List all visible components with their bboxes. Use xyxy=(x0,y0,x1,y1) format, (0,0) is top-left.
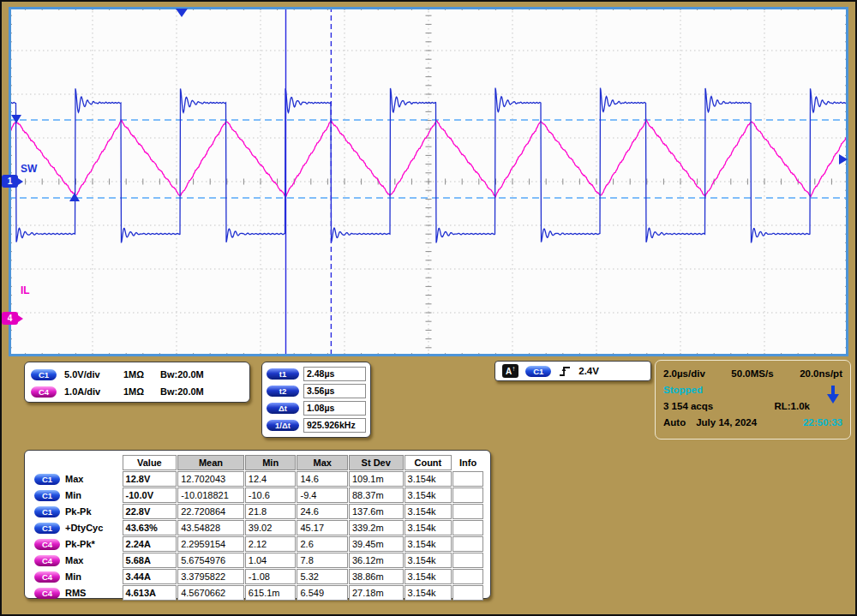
trigger-mode-badge[interactable]: A↑ xyxy=(502,364,518,377)
rising-edge-icon xyxy=(558,364,572,378)
meas-count-cell: 3.154k xyxy=(405,487,452,503)
table-header-st-dev: St Dev xyxy=(349,455,404,470)
measurement-table-panel: ValueMeanMinMaxSt DevCountInfoC1Max12.8V… xyxy=(24,450,491,599)
meas-channel-badge-c1[interactable]: C1 xyxy=(34,506,60,517)
channel-badge-c1[interactable]: C1 xyxy=(31,369,57,380)
cursor-row: 1/Δt925.926kHz xyxy=(267,416,366,434)
meas-channel-badge-c1[interactable]: C1 xyxy=(34,523,60,534)
meas-min-cell: 39.02 xyxy=(245,520,297,535)
meas-info-cell xyxy=(452,569,483,584)
meas-channel-badge-c1[interactable]: C1 xyxy=(34,474,60,485)
meas-max-cell: 2.6 xyxy=(297,536,347,552)
channel1-marker[interactable]: 1 xyxy=(2,175,18,188)
meas-min-cell: 21.8 xyxy=(245,504,297,519)
meas-info-cell xyxy=(452,585,483,601)
meas-channel-badge-c4[interactable]: C4 xyxy=(34,571,60,583)
meas-channel-badge-c4[interactable]: C4 xyxy=(34,588,60,599)
channel-row: C15.0V/div1MΩBw:20.0M xyxy=(31,366,243,383)
cursor-badge-3[interactable]: Δt xyxy=(267,403,299,414)
table-header-spacer xyxy=(32,455,122,470)
meas-name-cell: Min xyxy=(63,487,122,503)
waveform-display[interactable]: 1 4 SW IL xyxy=(9,7,848,356)
meas-channel-badge-c4[interactable]: C4 xyxy=(34,539,60,550)
measurement-row: C4Pk-Pk*2.24A2.29591542.122.639.45m3.154… xyxy=(32,536,483,552)
cursor-readout-panel: t12.48µst23.56µsΔt1.08µs1/Δt925.926kHz xyxy=(261,362,371,438)
measurement-row: C4Min3.44A3.3795822-1.085.3238.86m3.154k xyxy=(32,569,483,584)
meas-info-cell xyxy=(452,471,483,487)
meas-min-cell: 615.1m xyxy=(245,585,297,601)
right-edge-arrow xyxy=(839,154,848,164)
meas-channel-cell: C1 xyxy=(32,504,63,519)
table-header-info: Info xyxy=(452,455,483,470)
meas-max-cell: -9.4 xyxy=(297,487,347,503)
oscilloscope-screen: 1 4 SW IL C15.0V/div1MΩBw:20.0MC41.0A/di… xyxy=(0,0,857,616)
meas-value-cell: 4.613A xyxy=(123,585,177,601)
meas-name-cell: Max xyxy=(63,471,122,487)
measurement-row: C1+DtyCyc43.63%43.5482839.0245.17339.2m3… xyxy=(32,520,483,535)
trigger-mode-auto: Auto xyxy=(663,417,686,428)
meas-count-cell: 3.154k xyxy=(405,553,452,568)
horizontal-acquisition-panel[interactable]: 2.0µs/div 50.0MS/s 20.0ns/pt Stopped 3 1… xyxy=(655,360,851,440)
channel-row: C41.0A/div1MΩBw:20.0M xyxy=(31,383,243,400)
meas-info-cell xyxy=(452,553,483,568)
cursor-value-3: 1.08µs xyxy=(303,401,366,416)
channel1-waveform-label[interactable]: SW xyxy=(21,163,37,175)
channel4-marker[interactable]: 4 xyxy=(2,312,18,325)
acq-count-row: 3 154 acqs RL:1.0k xyxy=(663,398,842,414)
meas-channel-cell: C4 xyxy=(32,585,63,601)
channel-badge-c4[interactable]: C4 xyxy=(31,386,57,398)
measurement-row: C1Max12.8V12.70204312.414.6109.1m3.154k xyxy=(32,471,483,487)
table-header-max: Max xyxy=(297,455,347,470)
meas-value-cell: -10.0V xyxy=(123,487,177,503)
meas-channel-cell: C4 xyxy=(32,536,63,552)
cursor-row: t23.56µs xyxy=(267,382,366,399)
channel-scale: 1.0A/div xyxy=(64,386,116,397)
timebase-row: 2.0µs/div 50.0MS/s 20.0ns/pt xyxy=(663,365,842,381)
cursor-badge-2[interactable]: t2 xyxy=(267,386,299,397)
sample-rate: 50.0MS/s xyxy=(731,368,773,379)
cursor-value-2: 3.56µs xyxy=(303,384,366,398)
meas-channel-cell: C1 xyxy=(32,487,63,503)
meas-channel-cell: C1 xyxy=(32,520,63,535)
meas-info-cell xyxy=(452,487,483,503)
meas-mean-cell: 22.720864 xyxy=(177,504,244,519)
meas-mean-cell: 12.702043 xyxy=(177,471,244,487)
meas-max-cell: 45.17 xyxy=(297,520,347,535)
cursor-badge-1[interactable]: t1 xyxy=(267,368,299,380)
meas-info-cell xyxy=(452,504,483,519)
meas-value-cell: 2.24A xyxy=(123,536,177,552)
channel-impedance: 1MΩ xyxy=(123,369,153,380)
channel4-waveform-label[interactable]: IL xyxy=(21,284,30,296)
meas-stdev-cell: 88.37m xyxy=(349,487,404,503)
meas-stdev-cell: 36.12m xyxy=(349,553,404,568)
meas-value-cell: 12.8V xyxy=(123,471,177,487)
meas-name-cell: Min xyxy=(63,569,122,584)
table-header-value: Value xyxy=(123,455,177,470)
meas-count-cell: 3.154k xyxy=(405,536,452,552)
meas-name-cell: RMS xyxy=(63,585,122,601)
meas-info-cell xyxy=(452,520,483,535)
trigger-source-badge[interactable]: C1 xyxy=(525,366,551,377)
trigger-panel[interactable]: A↑ C1 2.4V xyxy=(494,361,651,381)
meas-channel-badge-c4[interactable]: C4 xyxy=(34,555,60,566)
measurement-row: C1Min-10.0V-10.018821-10.6-9.488.37m3.15… xyxy=(32,487,483,503)
clock-time: 22:50:33 xyxy=(803,417,842,428)
single-seq-arrow-icon[interactable] xyxy=(826,386,840,404)
date-label: July 14, 2024 xyxy=(696,417,757,428)
cursor-badge-4[interactable]: 1/Δt xyxy=(267,420,299,431)
meas-count-cell: 3.154k xyxy=(405,504,452,519)
meas-min-cell: -1.08 xyxy=(245,569,297,584)
meas-channel-cell: C4 xyxy=(32,569,63,584)
channel-settings-panel: C15.0V/div1MΩBw:20.0MC41.0A/div1MΩBw:20.… xyxy=(24,362,250,403)
meas-channel-badge-c1[interactable]: C1 xyxy=(34,490,60,501)
meas-info-cell xyxy=(452,536,483,552)
cursor-row: t12.48µs xyxy=(267,365,366,382)
table-header-count: Count xyxy=(405,455,452,470)
channel-scale: 5.0V/div xyxy=(64,369,116,380)
meas-name-cell: Pk-Pk* xyxy=(63,536,122,552)
meas-channel-cell: C1 xyxy=(32,471,63,487)
cursor-row: Δt1.08µs xyxy=(267,399,366,416)
cursor-value-1: 2.48µs xyxy=(303,367,366,381)
trigger-position-marker[interactable] xyxy=(176,9,188,17)
trigger-point-arrow xyxy=(69,193,80,201)
